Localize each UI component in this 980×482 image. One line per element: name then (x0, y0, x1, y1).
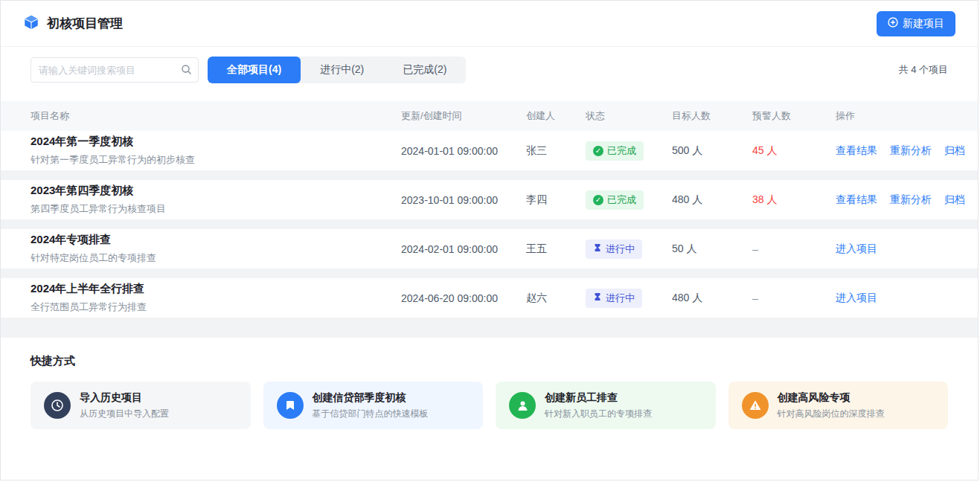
shortcut-subtitle: 基于信贷部门特点的快速模板 (313, 408, 429, 420)
warning-count: 38 人 (752, 193, 836, 207)
row-actions: 查看结果 重新分析 归档 (836, 144, 978, 158)
status-badge: 进行中 (586, 289, 642, 308)
plus-circle-icon (888, 17, 898, 30)
page-header: 初核项目管理 新建项目 (1, 1, 978, 47)
action-reanalyze[interactable]: 重新分析 (890, 144, 932, 156)
row-actions: 查看结果 重新分析 归档 (836, 193, 978, 207)
search-input[interactable] (31, 57, 199, 83)
action-reanalyze[interactable]: 重新分析 (890, 193, 932, 205)
col-header-creator: 创建人 (526, 109, 586, 123)
shortcut-high-risk-special[interactable]: 创建高风险专项 针对高风险岗位的深度排查 (728, 382, 949, 429)
search-box (31, 57, 199, 83)
project-time: 2024-06-20 09:00:00 (401, 292, 526, 304)
clock-icon (44, 392, 71, 419)
project-creator: 赵六 (526, 292, 586, 305)
section-divider (1, 327, 978, 338)
tab-all-projects[interactable]: 全部项目(4) (208, 57, 301, 83)
table-row: 2024年第一季度初核 针对第一季度员工异常行为的初步核查 2024-01-01… (1, 131, 978, 180)
hourglass-icon (593, 243, 602, 254)
status-badge: ✓ 已完成 (586, 141, 644, 161)
target-count: 50 人 (672, 242, 752, 256)
new-project-label: 新建项目 (903, 17, 944, 30)
col-header-status: 状态 (586, 109, 672, 123)
check-circle-icon: ✓ (593, 146, 603, 156)
project-title: 2024年第一季度初核 (31, 135, 401, 149)
project-subtitle: 第四季度员工异常行为核查项目 (31, 202, 401, 216)
table-header: 项目名称 更新/创建时间 创建人 状态 目标人数 预警人数 操作 (1, 101, 978, 131)
tab-completed[interactable]: 已完成(2) (383, 57, 466, 83)
shortcut-title: 创建新员工排查 (545, 391, 652, 405)
total-count-text: 共 4 个项目 (899, 63, 948, 77)
shortcut-title: 创建信贷部季度初核 (313, 391, 429, 405)
warning-triangle-icon (742, 392, 769, 419)
filter-tabs: 全部项目(4) 进行中(2) 已完成(2) (208, 57, 466, 83)
target-count: 480 人 (672, 292, 752, 305)
app-logo-title: 初核项目管理 (23, 14, 123, 33)
warning-count: – (752, 243, 836, 255)
target-count: 480 人 (672, 193, 752, 207)
shortcuts-section: 快捷方式 导入历史项目 从历史项目中导入配置 (1, 338, 978, 429)
warning-count: 45 人 (752, 144, 836, 158)
warning-count: – (752, 292, 836, 304)
page-title: 初核项目管理 (47, 15, 123, 32)
shortcut-subtitle: 针对高风险岗位的深度排查 (778, 408, 885, 420)
row-actions: 进入项目 (836, 242, 978, 256)
project-subtitle: 针对特定岗位员工的专项排查 (31, 251, 401, 265)
project-time: 2024-02-01 09:00:00 (401, 243, 526, 255)
shortcut-title: 导入历史项目 (80, 391, 169, 405)
col-header-target: 目标人数 (672, 109, 752, 123)
col-header-name: 项目名称 (31, 109, 401, 123)
shortcut-credit-dept-review[interactable]: 创建信贷部季度初核 基于信贷部门特点的快速模板 (263, 382, 484, 429)
action-view-results[interactable]: 查看结果 (836, 144, 877, 156)
status-badge: 进行中 (586, 240, 642, 259)
shortcut-subtitle: 从历史项目中导入配置 (80, 408, 169, 420)
cube-logo-icon (23, 14, 39, 33)
toolbar: 全部项目(4) 进行中(2) 已完成(2) 共 4 个项目 (31, 57, 948, 83)
shortcut-new-employee-check[interactable]: 创建新员工排查 针对新入职员工的专项排查 (496, 382, 716, 429)
project-subtitle: 全行范围员工异常行为排查 (31, 301, 401, 314)
col-header-actions: 操作 (836, 109, 978, 123)
row-actions: 进入项目 (836, 292, 978, 305)
project-title: 2023年第四季度初核 (31, 184, 401, 198)
bookmark-icon (277, 392, 304, 419)
action-enter-project[interactable]: 进入项目 (836, 292, 877, 303)
check-circle-icon: ✓ (593, 195, 603, 205)
project-creator: 王五 (526, 242, 586, 256)
status-badge: ✓ 已完成 (586, 190, 644, 210)
action-archive[interactable]: 归档 (944, 144, 965, 156)
action-enter-project[interactable]: 进入项目 (836, 242, 877, 254)
table-row: 2024年上半年全行排查 全行范围员工异常行为排查 2024-06-20 09:… (1, 278, 978, 327)
shortcut-import-history[interactable]: 导入历史项目 从历史项目中导入配置 (31, 382, 251, 429)
project-management-page: 初核项目管理 新建项目 全部项目(4) 进行中(2) (0, 0, 979, 481)
shortcuts-heading: 快捷方式 (31, 354, 948, 368)
project-creator: 李四 (526, 193, 586, 207)
col-header-time: 更新/创建时间 (401, 109, 526, 123)
target-count: 500 人 (672, 144, 752, 158)
shortcut-title: 创建高风险专项 (778, 391, 885, 405)
search-icon (181, 64, 192, 78)
project-title: 2024年专项排查 (31, 233, 401, 247)
hourglass-icon (593, 292, 602, 303)
table-row: 2024年专项排查 针对特定岗位员工的专项排查 2024-02-01 09:00… (1, 229, 978, 278)
project-time: 2023-10-01 09:00:00 (401, 194, 526, 206)
action-view-results[interactable]: 查看结果 (836, 193, 877, 205)
new-project-button[interactable]: 新建项目 (877, 11, 955, 36)
action-archive[interactable]: 归档 (944, 193, 965, 205)
table-row: 2023年第四季度初核 第四季度员工异常行为核查项目 2023-10-01 09… (1, 180, 978, 229)
project-subtitle: 针对第一季度员工异常行为的初步核查 (31, 153, 401, 167)
col-header-warning: 预警人数 (752, 109, 836, 123)
project-title: 2024年上半年全行排查 (31, 282, 401, 296)
project-time: 2024-01-01 09:00:00 (401, 145, 526, 157)
shortcut-subtitle: 针对新入职员工的专项排查 (545, 408, 652, 420)
shortcut-cards: 导入历史项目 从历史项目中导入配置 创建信贷部季度初核 基于信贷部门特点的快速模… (31, 382, 948, 429)
tab-in-progress[interactable]: 进行中(2) (301, 57, 383, 83)
user-icon (509, 392, 536, 419)
project-creator: 张三 (526, 144, 586, 158)
